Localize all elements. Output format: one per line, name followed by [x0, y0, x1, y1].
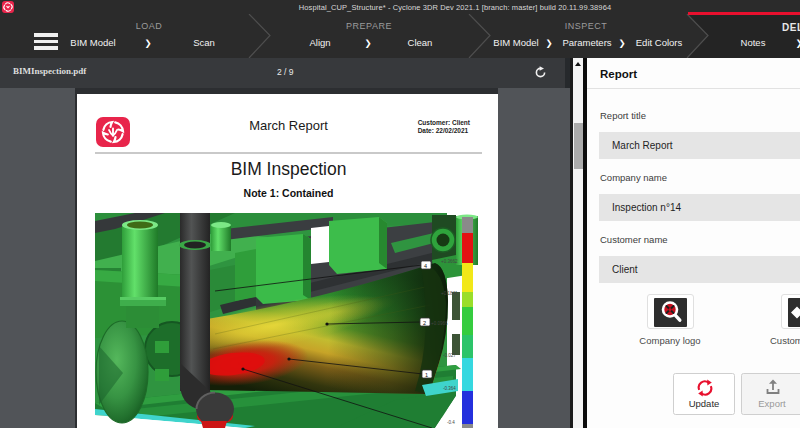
svg-text:1: 1: [425, 372, 428, 378]
svg-text:-0.027: -0.027: [443, 353, 456, 358]
svg-text:+0.1841: +0.1841: [441, 291, 458, 296]
svg-text:4: 4: [424, 263, 427, 269]
svg-text:2: 2: [423, 320, 426, 326]
svg-text:+0.3662: +0.3662: [441, 259, 458, 264]
svg-text:+0.0966: +0.0966: [431, 321, 448, 326]
svg-text:-0.364: -0.364: [443, 386, 456, 391]
svg-text:-0.4: -0.4: [447, 420, 455, 425]
